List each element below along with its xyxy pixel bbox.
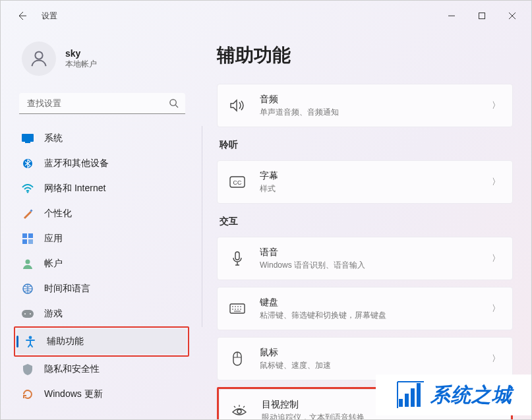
update-icon xyxy=(22,388,34,400)
svg-point-17 xyxy=(29,336,32,340)
display-icon xyxy=(22,133,34,144)
section-header-interaction: 交互 xyxy=(220,216,513,227)
chevron-right-icon: 〉 xyxy=(492,253,500,264)
sound-icon xyxy=(229,99,245,112)
account-icon xyxy=(22,258,34,270)
search-wrap xyxy=(19,93,185,114)
svg-rect-8 xyxy=(22,233,27,238)
sidebar-item-bluetooth[interactable]: 蓝牙和其他设备 xyxy=(14,151,196,176)
sidebar-nav-bottom: 隐私和安全性 Windows 更新 xyxy=(14,357,196,407)
user-name: sky xyxy=(65,48,97,59)
svg-point-16 xyxy=(30,313,31,315)
logo-text: 系统之城 xyxy=(430,382,512,409)
card-captions[interactable]: CC 字幕 样式 〉 xyxy=(217,160,513,204)
chevron-right-icon: 〉 xyxy=(492,100,500,111)
shield-icon xyxy=(22,363,34,375)
svg-rect-20 xyxy=(235,252,239,260)
chevron-right-icon: 〉 xyxy=(492,353,500,365)
card-audio[interactable]: 音频 单声道音频、音频通知 〉 xyxy=(217,84,513,127)
svg-rect-10 xyxy=(22,239,27,244)
svg-text:CC: CC xyxy=(233,179,242,186)
search-input[interactable] xyxy=(19,93,185,114)
maximize-button[interactable] xyxy=(467,5,497,26)
bluetooth-icon xyxy=(22,158,34,169)
card-speech[interactable]: 语音 Windows 语音识别、语音输入 〉 xyxy=(217,237,513,280)
page-title: 辅助功能 xyxy=(217,43,513,68)
close-button[interactable] xyxy=(497,5,527,26)
section-header-hearing: 聆听 xyxy=(220,139,513,151)
card-keyboard[interactable]: 键盘 粘滞键、筛选键和切换键，屏幕键盘 〉 xyxy=(217,287,513,330)
sidebar-item-personalization[interactable]: 个性化 xyxy=(14,201,196,226)
svg-rect-14 xyxy=(22,310,34,318)
card-subtitle: 鼠标键、速度、加速 xyxy=(260,360,492,371)
svg-rect-27 xyxy=(417,383,421,407)
sidebar-item-windows-update[interactable]: Windows 更新 xyxy=(14,382,196,407)
accessibility-icon xyxy=(24,336,36,347)
logo-mark-icon xyxy=(396,380,425,409)
card-subtitle: 粘滞键、筛选键和切换键，屏幕键盘 xyxy=(260,310,492,321)
card-subtitle: Windows 语音识别、语音输入 xyxy=(260,260,492,271)
card-title: 音频 xyxy=(260,94,492,105)
microphone-icon xyxy=(229,251,245,266)
svg-rect-25 xyxy=(405,394,409,407)
sidebar-item-label: Windows 更新 xyxy=(44,388,103,400)
sidebar-item-accessibility[interactable]: 辅助功能 xyxy=(16,329,187,354)
svg-point-15 xyxy=(24,313,26,315)
svg-rect-4 xyxy=(25,142,30,143)
svg-rect-0 xyxy=(479,13,485,19)
card-title: 鼠标 xyxy=(260,347,492,359)
svg-rect-21 xyxy=(230,304,245,313)
svg-rect-11 xyxy=(28,239,33,244)
wifi-icon xyxy=(22,183,34,195)
user-profile[interactable]: sky 本地帐户 xyxy=(14,36,196,86)
svg-rect-24 xyxy=(399,399,403,407)
sidebar-item-apps[interactable]: 应用 xyxy=(14,226,196,251)
svg-point-6 xyxy=(27,191,29,193)
sidebar-item-label: 游戏 xyxy=(44,308,63,320)
card-title: 语音 xyxy=(260,247,492,258)
svg-rect-3 xyxy=(22,134,34,142)
back-button[interactable] xyxy=(13,7,31,25)
keyboard-icon xyxy=(229,303,245,314)
svg-point-2 xyxy=(170,100,176,105)
mouse-icon xyxy=(229,351,245,366)
eye-icon xyxy=(231,404,247,417)
avatar xyxy=(22,42,56,76)
brush-icon xyxy=(22,208,34,220)
svg-rect-26 xyxy=(411,388,415,407)
sidebar-highlight: 辅助功能 xyxy=(14,326,189,357)
window-title: 设置 xyxy=(42,11,57,22)
sidebar-item-network[interactable]: 网络和 Internet xyxy=(14,176,196,201)
chevron-right-icon: 〉 xyxy=(492,176,500,188)
gaming-icon xyxy=(22,308,34,320)
watermark-logo: 系统之城 xyxy=(376,375,532,415)
chevron-right-icon: 〉 xyxy=(492,303,500,315)
globe-icon xyxy=(22,283,34,295)
arrow-left-icon xyxy=(16,11,27,21)
search-icon xyxy=(169,98,179,111)
card-subtitle: 样式 xyxy=(260,183,492,195)
sidebar-item-system[interactable]: 系统 xyxy=(14,126,196,151)
sidebar-item-label: 系统 xyxy=(44,133,63,144)
sidebar: sky 本地帐户 系统 蓝牙和其他设备 网络和 Internet xyxy=(1,31,198,419)
sidebar-item-accounts[interactable]: 帐户 xyxy=(14,251,196,276)
sidebar-item-time-language[interactable]: 时间和语言 xyxy=(14,276,196,301)
sidebar-item-label: 个性化 xyxy=(44,208,72,220)
sidebar-item-label: 网络和 Internet xyxy=(44,183,105,195)
sidebar-item-label: 辅助功能 xyxy=(47,336,84,347)
person-icon xyxy=(29,49,49,69)
minimize-button[interactable] xyxy=(436,5,467,26)
titlebar: 设置 xyxy=(1,1,531,31)
captions-icon: CC xyxy=(229,176,245,188)
sidebar-item-privacy[interactable]: 隐私和安全性 xyxy=(14,357,196,382)
apps-icon xyxy=(22,233,34,245)
sidebar-item-gaming[interactable]: 游戏 xyxy=(14,301,196,326)
svg-point-12 xyxy=(26,260,30,264)
sidebar-nav: 系统 蓝牙和其他设备 网络和 Internet 个性化 应用 帐户 xyxy=(14,126,196,326)
svg-point-23 xyxy=(237,409,241,413)
sidebar-item-label: 时间和语言 xyxy=(44,283,90,295)
sidebar-item-label: 隐私和安全性 xyxy=(44,363,100,375)
sidebar-item-label: 帐户 xyxy=(44,258,63,270)
card-subtitle: 单声道音频、音频通知 xyxy=(260,107,492,118)
svg-point-1 xyxy=(35,51,42,59)
